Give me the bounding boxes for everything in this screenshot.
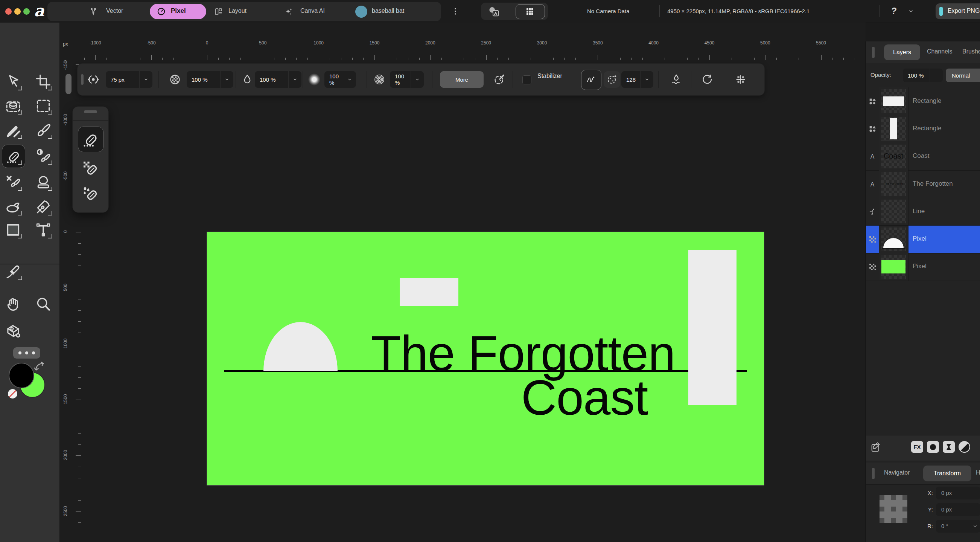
layer-thumbnail-cell[interactable]: The Forgotten bbox=[879, 170, 908, 198]
anchor-handle[interactable] bbox=[902, 507, 907, 512]
chevron-down-icon[interactable] bbox=[908, 10, 913, 13]
toolbar-drag-handle[interactable] bbox=[81, 74, 84, 85]
gradient-tool[interactable] bbox=[5, 122, 21, 139]
fx-icon[interactable]: FX bbox=[911, 441, 923, 453]
artistic-text-tool[interactable] bbox=[35, 222, 52, 238]
erase-brush-tool[interactable] bbox=[5, 148, 21, 164]
help-icon[interactable]: ? bbox=[891, 6, 897, 16]
layer-row[interactable]: Rectangle bbox=[866, 115, 980, 143]
anchor-handle[interactable] bbox=[891, 507, 896, 512]
canvas-viewport[interactable]: px -1000-5000500100015002000250030003500… bbox=[60, 22, 865, 542]
chevron-down-icon[interactable] bbox=[411, 71, 424, 88]
vertical-scrollbar-thumb[interactable] bbox=[65, 74, 72, 94]
layer-thumbnail-cell[interactable]: Coast bbox=[879, 143, 908, 170]
ruler-unit-corner[interactable]: px bbox=[60, 36, 81, 60]
more-button[interactable]: More bbox=[440, 71, 484, 88]
rectangle-tool[interactable] bbox=[5, 222, 21, 238]
flow-field[interactable]: 100 % bbox=[255, 71, 301, 88]
more-tools-button[interactable] bbox=[13, 347, 40, 359]
layer-row[interactable]: Rectangle bbox=[866, 88, 980, 115]
transform-r-field[interactable]: 0 ° bbox=[936, 520, 980, 532]
color-picker-tool[interactable] bbox=[5, 263, 21, 280]
window-minimize-button[interactable] bbox=[14, 8, 21, 15]
chevron-down-icon[interactable] bbox=[641, 71, 653, 88]
tab-brushes[interactable]: Brushes bbox=[963, 48, 980, 55]
crop-tool[interactable] bbox=[35, 73, 52, 90]
export-png-button[interactable]: Export PNG bbox=[935, 3, 980, 19]
paint-brush-tool[interactable] bbox=[35, 122, 52, 139]
layer-thumbnail-cell[interactable] bbox=[879, 115, 908, 142]
stabilizer-samples-field[interactable]: 128 bbox=[621, 71, 653, 88]
layer-row[interactable]: Pixel bbox=[866, 253, 980, 281]
anchor-handle[interactable] bbox=[902, 518, 907, 523]
marquee-select-tool[interactable] bbox=[35, 97, 52, 114]
tab-history[interactable]: History bbox=[976, 469, 980, 476]
kebab-menu-icon[interactable] bbox=[451, 7, 460, 16]
chevron-down-icon[interactable] bbox=[140, 71, 153, 88]
zoom-tool[interactable] bbox=[35, 296, 52, 312]
persona-tab-layout[interactable]: Layout bbox=[209, 2, 265, 21]
anchor-handle[interactable] bbox=[902, 495, 907, 500]
window-close-button[interactable] bbox=[5, 8, 12, 15]
chevron-down-icon[interactable] bbox=[289, 71, 301, 88]
blend-mode-select[interactable]: Normal bbox=[946, 69, 980, 82]
persona-tab-pixel[interactable]: Pixel bbox=[150, 4, 206, 19]
panel-drag-handle[interactable] bbox=[872, 468, 875, 479]
chevron-down-icon[interactable] bbox=[343, 71, 356, 88]
persona-tab-vector[interactable]: Vector bbox=[84, 2, 140, 21]
transform-x-field[interactable]: 0 px bbox=[936, 487, 980, 499]
no-fill-swatch[interactable] bbox=[8, 389, 18, 399]
mesh-warp-tool[interactable] bbox=[5, 323, 21, 340]
tab-channels[interactable]: Channels bbox=[927, 48, 953, 55]
selection-brush-tool[interactable] bbox=[5, 97, 21, 114]
document-tab-title[interactable]: baseball bat bbox=[372, 8, 404, 14]
chevron-down-icon[interactable] bbox=[930, 69, 943, 82]
tab-transform[interactable]: Transform bbox=[923, 465, 971, 481]
window-zoom-button[interactable] bbox=[23, 8, 30, 15]
chevron-down-icon[interactable] bbox=[221, 71, 233, 88]
layer-thumbnail-cell[interactable] bbox=[879, 88, 908, 115]
foreground-color-well[interactable] bbox=[9, 363, 34, 388]
canvas-tall-rect-shape[interactable] bbox=[688, 250, 737, 405]
brush-width-field[interactable]: 75 px bbox=[106, 71, 153, 88]
window-stabilizer-button[interactable] bbox=[604, 71, 620, 88]
layer-thumbnail-cell[interactable] bbox=[879, 226, 908, 253]
layer-row[interactable]: ACoastCoast bbox=[866, 143, 980, 171]
tab-layers[interactable]: Layers bbox=[884, 45, 920, 60]
opacity-field[interactable]: 100 % bbox=[903, 69, 943, 82]
chevron-down-icon[interactable] bbox=[973, 524, 977, 528]
opacity-field[interactable]: 100 % bbox=[187, 71, 233, 88]
layer-thumbnail-cell[interactable] bbox=[879, 198, 908, 225]
smudge-tool[interactable] bbox=[5, 199, 21, 215]
pen-tool[interactable] bbox=[35, 199, 52, 215]
flyout-drag-handle[interactable] bbox=[84, 110, 97, 113]
canvas-title-line2[interactable]: Coast bbox=[521, 373, 648, 422]
rope-stabilizer-button[interactable] bbox=[581, 70, 601, 90]
contrast-icon[interactable] bbox=[959, 441, 970, 453]
flood-erase-tool[interactable] bbox=[81, 185, 99, 202]
panel-drag-handle[interactable] bbox=[872, 47, 875, 58]
anchor-handle[interactable] bbox=[891, 495, 896, 500]
clone-stamp-tool[interactable] bbox=[35, 174, 52, 191]
layer-thumbnail-cell[interactable] bbox=[879, 253, 908, 281]
mask-icon[interactable] bbox=[927, 441, 939, 453]
grid-view-button[interactable] bbox=[515, 4, 545, 19]
translate-text-icon[interactable] bbox=[488, 6, 500, 18]
anchor-handle[interactable] bbox=[880, 495, 885, 500]
anchor-handle[interactable] bbox=[880, 507, 885, 512]
transform-y-field[interactable]: 0 px bbox=[936, 503, 980, 516]
stabilizer-checkbox[interactable] bbox=[522, 75, 531, 84]
anchor-handle[interactable] bbox=[891, 518, 896, 523]
anchor-handle[interactable] bbox=[880, 518, 885, 523]
layer-row[interactable]: Pixel bbox=[866, 226, 980, 253]
edit-layer-icon[interactable] bbox=[870, 442, 882, 453]
undo-brush-tool[interactable] bbox=[5, 174, 21, 191]
layer-row[interactable]: AThe ForgottenThe Forgotten bbox=[866, 170, 980, 198]
swap-colors-icon[interactable] bbox=[34, 361, 45, 371]
background-erase-brush-tool[interactable] bbox=[81, 159, 99, 177]
spacing-field[interactable]: 100 % bbox=[390, 71, 424, 88]
canvas-small-rect-shape[interactable] bbox=[400, 278, 458, 306]
hardness-field[interactable]: 100 % bbox=[325, 71, 356, 88]
adjustment-icon[interactable] bbox=[943, 441, 955, 453]
view-hand-tool[interactable] bbox=[5, 296, 21, 312]
